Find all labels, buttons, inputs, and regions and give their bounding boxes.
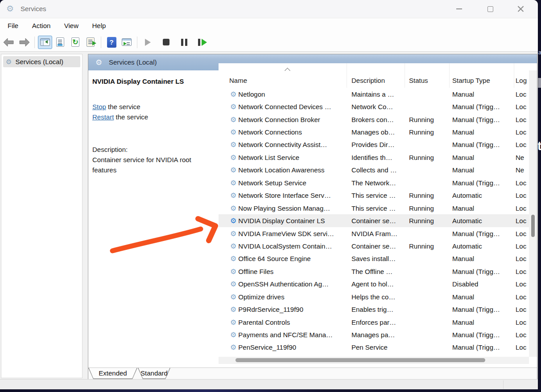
- cell-startup-type: Automatic: [450, 214, 514, 227]
- cell-description: Manages pa…: [347, 328, 405, 341]
- column-header-startup-type[interactable]: Startup Type: [450, 63, 514, 88]
- restart-service-link[interactable]: Restart: [92, 113, 114, 121]
- menu-action[interactable]: Action: [26, 21, 57, 30]
- cell-status: Running: [405, 113, 450, 126]
- service-list-panel: Name Description Status Startup Type Log…: [219, 63, 537, 365]
- cell-log-on-as: Loc: [514, 328, 529, 341]
- show-action-pane-button[interactable]: [120, 36, 134, 49]
- services-gear-icon: ⚙: [6, 58, 12, 66]
- cell-startup-type: Manual: [450, 316, 514, 328]
- table-row[interactable]: ⚙NetlogonMaintains a …ManualLoc: [219, 88, 529, 100]
- maximize-button[interactable]: [483, 4, 498, 14]
- table-row[interactable]: ⚙Parental ControlsEnforces par…ManualLoc: [219, 316, 529, 328]
- stop-service-button[interactable]: [159, 36, 173, 49]
- stop-service-link[interactable]: Stop: [92, 103, 106, 110]
- table-row[interactable]: ⚙Office 64 Source EngineSaves install…Ma…: [219, 253, 529, 265]
- cell-status: Running: [405, 151, 450, 163]
- table-row[interactable]: ⚙Optimize drivesHelps the co…ManualLoc: [219, 290, 529, 303]
- vertical-scrollbar-thumb[interactable]: [531, 215, 535, 237]
- properties-icon: [56, 37, 64, 47]
- background-artifact: a: [538, 49, 541, 56]
- cell-startup-type: Manual: [450, 253, 514, 265]
- cell-name: ⚙Offline Files: [219, 265, 347, 278]
- table-row[interactable]: ⚙Network List ServiceIdentifies th…Runni…: [219, 151, 529, 163]
- horizontal-scrollbar[interactable]: [219, 357, 529, 364]
- table-row[interactable]: ⚙Network Connection BrokerBrokers con…Ru…: [219, 113, 529, 126]
- horizontal-scrollbar-thumb[interactable]: [235, 358, 485, 362]
- column-header-log-on-as[interactable]: Log: [514, 63, 529, 88]
- cell-startup-type: Manual (Trigg…: [450, 341, 514, 354]
- menu-file[interactable]: File: [2, 21, 24, 30]
- table-row[interactable]: ⚙P9RdrService_119f90Enables trig…Manual …: [219, 303, 529, 315]
- action-pane-icon: [122, 38, 132, 46]
- cell-name: ⚙NVIDIA FrameView SDK servi…: [219, 227, 347, 240]
- cell-startup-type: Manual: [450, 202, 514, 214]
- cell-name: ⚙Network List Service: [219, 151, 347, 163]
- help-button[interactable]: ?: [104, 36, 119, 49]
- sort-ascending-icon: [285, 68, 289, 72]
- service-gear-icon: ⚙: [230, 293, 236, 301]
- cell-log-on-as: Ne: [514, 164, 529, 176]
- tab-extended[interactable]: Extended: [88, 368, 137, 379]
- back-button[interactable]: [2, 36, 16, 49]
- table-row[interactable]: ⚙NVIDIA LocalSystem Contain…Container se…: [219, 240, 529, 252]
- table-row[interactable]: ⚙Network Location AwarenessCollects and …: [219, 164, 529, 176]
- sidebar-item-services-local[interactable]: ⚙ Services (Local): [3, 56, 80, 67]
- table-row[interactable]: ⚙Network Store Interface Serv…This servi…: [219, 189, 529, 202]
- cell-status: Running: [405, 189, 450, 202]
- restart-service-button[interactable]: [195, 36, 210, 49]
- table-row[interactable]: ⚙NVIDIA Display Container LSContainer se…: [219, 214, 529, 227]
- table-row[interactable]: ⚙Network Connectivity Assist…Provides Di…: [219, 139, 529, 151]
- column-header-description[interactable]: Description: [347, 63, 405, 88]
- pause-icon: [181, 39, 187, 46]
- column-header-status[interactable]: Status: [405, 63, 450, 88]
- menu-bar: File Action View Help: [0, 18, 538, 33]
- cell-startup-type: Manual (Trigg…: [450, 100, 514, 113]
- table-row[interactable]: ⚙Payments and NFC/SE Mana…Manages pa…Man…: [219, 328, 529, 341]
- cell-status: [405, 176, 450, 189]
- status-bar-separator: [503, 380, 504, 389]
- show-console-tree-button[interactable]: [38, 36, 52, 49]
- cell-status: Running: [405, 202, 450, 214]
- table-row[interactable]: ⚙Network Setup ServiceThe Network…Manual…: [219, 176, 529, 189]
- cell-log-on-as: Loc: [514, 278, 529, 290]
- vertical-scrollbar[interactable]: [529, 70, 537, 357]
- cell-name: ⚙NVIDIA Display Container LS: [219, 214, 347, 227]
- cell-startup-type: Manual: [450, 164, 514, 176]
- services-window: ⚙ Services File Action View Help: [0, 0, 538, 389]
- cell-status: [405, 100, 450, 113]
- close-button[interactable]: [513, 4, 528, 14]
- console-tree-pane: ⚙ Services (Local): [1, 54, 83, 378]
- properties-button[interactable]: [53, 36, 67, 49]
- service-gear-icon: ⚙: [230, 115, 236, 124]
- start-service-button[interactable]: [140, 36, 155, 49]
- table-row[interactable]: ⚙Network Connected Devices …Network Co…M…: [219, 100, 529, 113]
- table-row[interactable]: ⚙Network ConnectionsManages ob…RunningMa…: [219, 126, 529, 138]
- cell-name: ⚙Netlogon: [219, 88, 347, 100]
- background-artifact: [537, 78, 541, 88]
- minimize-button[interactable]: [451, 4, 467, 14]
- forward-button[interactable]: [17, 36, 31, 49]
- tab-standard[interactable]: Standard: [138, 368, 170, 379]
- export-list-button[interactable]: [83, 36, 98, 49]
- table-row[interactable]: ⚙PenService_119f90Pen ServiceManual (Tri…: [219, 341, 529, 354]
- view-tabs: Extended Standard: [88, 368, 537, 380]
- service-gear-icon: ⚙: [230, 166, 236, 174]
- background-artifact: t: [537, 139, 541, 153]
- column-header-name[interactable]: Name: [219, 63, 347, 88]
- cell-startup-type: Disabled: [450, 278, 514, 290]
- table-row[interactable]: ⚙Now Playing Session Manag…This service …: [219, 202, 529, 214]
- cell-log-on-as: Loc: [514, 126, 529, 138]
- refresh-button[interactable]: ↻: [68, 36, 83, 49]
- service-gear-icon: ⚙: [230, 305, 236, 314]
- cell-name: ⚙Payments and NFC/SE Mana…: [219, 328, 347, 341]
- cell-log-on-as: Loc: [514, 202, 529, 214]
- cell-description: Brokers con…: [347, 113, 405, 126]
- table-row[interactable]: ⚙OpenSSH Authentication Ag…Agent to hol……: [219, 278, 529, 290]
- table-row[interactable]: ⚙Offline FilesThe Offline …Manual (Trigg…: [219, 265, 529, 278]
- cell-name: ⚙OpenSSH Authentication Ag…: [219, 278, 347, 290]
- menu-view[interactable]: View: [58, 21, 84, 30]
- pause-service-button[interactable]: [177, 36, 191, 49]
- menu-help[interactable]: Help: [86, 21, 112, 30]
- table-row[interactable]: ⚙NVIDIA FrameView SDK servi…NVIDIA Fram……: [219, 227, 529, 240]
